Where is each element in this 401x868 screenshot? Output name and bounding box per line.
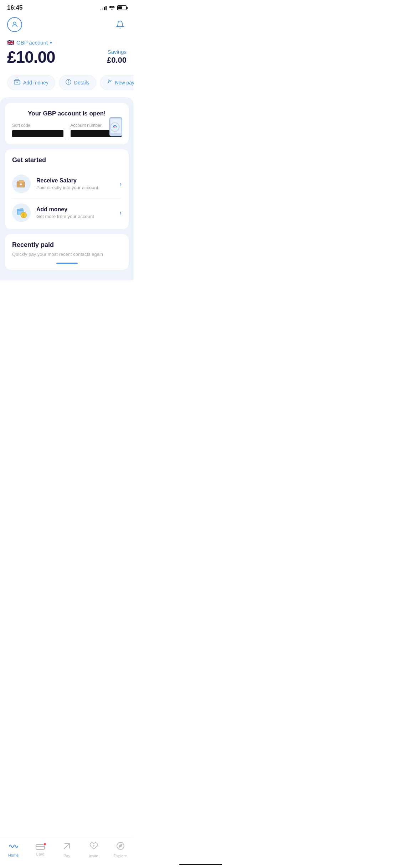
balance-row: £10.00 Savings £0.00: [7, 47, 127, 67]
add-money-button[interactable]: Add money: [7, 75, 55, 90]
account-selector[interactable]: 🇬🇧 GBP account ▾: [7, 39, 127, 46]
battery-icon: [117, 5, 127, 10]
svg-point-7: [108, 81, 109, 82]
add-money-item-title: Add money: [36, 206, 114, 213]
phone-illustration: [100, 116, 129, 144]
add-money-label: Add money: [23, 80, 48, 86]
receive-salary-icon: [12, 175, 31, 193]
get-started-card: Get started Receive Salary Paid directly…: [5, 149, 129, 229]
svg-point-13: [20, 183, 22, 185]
sort-code-label: Sort code: [12, 123, 63, 128]
savings-amount: £0.00: [107, 56, 127, 65]
details-button[interactable]: Details: [59, 75, 96, 90]
account-label: GBP account: [16, 40, 48, 46]
action-buttons: Add money Details New pay: [0, 72, 134, 97]
gbp-account-card: Your GBP account is open! Sort code Acco…: [5, 103, 129, 144]
new-pay-label: New pay: [115, 80, 134, 86]
add-money-item-icon: [12, 203, 31, 222]
blue-bar-indicator: [56, 263, 78, 264]
bell-icon[interactable]: [114, 18, 127, 31]
get-started-title: Get started: [12, 156, 122, 164]
receive-salary-item[interactable]: Receive Salary Paid directly into your a…: [12, 170, 122, 198]
add-money-item-subtitle: Get more from your account: [36, 214, 114, 219]
receive-salary-content: Receive Salary Paid directly into your a…: [36, 177, 114, 190]
wifi-icon: [109, 5, 115, 11]
add-money-item-content: Add money Get more from your account: [36, 206, 114, 219]
account-section: 🇬🇧 GBP account ▾ £10.00 Savings £0.00: [0, 36, 134, 72]
svg-point-0: [13, 22, 16, 25]
receive-salary-subtitle: Paid directly into your account: [36, 185, 114, 190]
sort-code-value: [12, 130, 63, 137]
details-icon: [66, 79, 71, 86]
status-time: 16:45: [7, 4, 22, 11]
add-money-item-arrow: ›: [119, 209, 122, 217]
receive-salary-arrow: ›: [119, 180, 122, 188]
recently-paid-title: Recently paid: [12, 241, 122, 249]
chevron-down-icon: ▾: [50, 40, 52, 45]
add-money-icon: [14, 79, 20, 86]
add-money-item[interactable]: Add money Get more from your account ›: [12, 198, 122, 222]
details-label: Details: [74, 80, 89, 86]
content-area: Your GBP account is open! Sort code Acco…: [0, 97, 134, 280]
savings-label: Savings: [107, 49, 127, 55]
recently-paid-subtitle: Quickly pay your most recent contacts ag…: [12, 252, 122, 257]
status-icons: [100, 5, 127, 11]
receive-salary-title: Receive Salary: [36, 177, 114, 184]
svg-point-6: [68, 81, 69, 81]
status-bar: 16:45: [0, 0, 134, 14]
savings-section[interactable]: Savings £0.00: [107, 47, 127, 65]
recently-paid-card: Recently paid Quickly pay your most rece…: [5, 234, 129, 270]
flag-icon: 🇬🇧: [7, 39, 14, 46]
sort-code-col: Sort code: [12, 123, 63, 137]
new-pay-icon: [107, 79, 112, 86]
new-pay-button[interactable]: New pay: [100, 75, 134, 90]
svg-point-11: [114, 126, 115, 128]
header: [0, 14, 134, 36]
main-balance: £10.00: [7, 47, 55, 67]
avatar[interactable]: [7, 17, 22, 32]
signal-icon: [100, 5, 107, 10]
